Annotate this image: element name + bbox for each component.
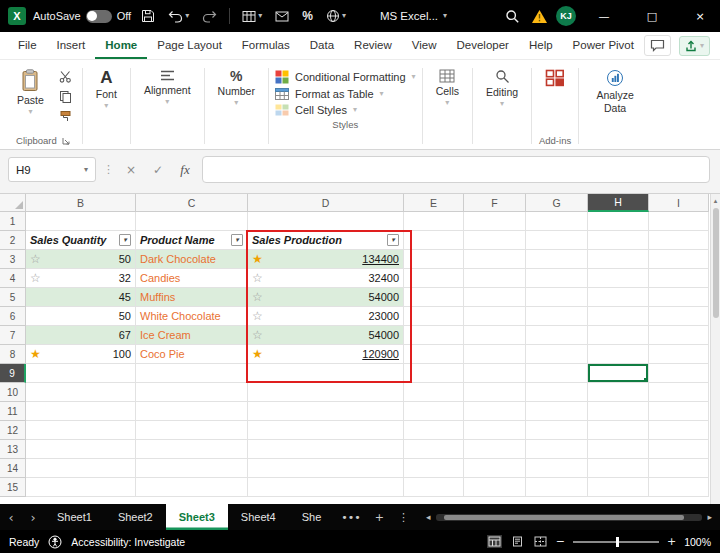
cell-H12[interactable] (588, 421, 649, 440)
cell-D1[interactable] (248, 212, 404, 231)
addins-button[interactable] (538, 66, 572, 90)
cell-I1[interactable] (649, 212, 709, 231)
cell-B1[interactable] (26, 212, 136, 231)
editing-button[interactable]: Editing ▾ (479, 66, 525, 111)
cell-E13[interactable] (404, 440, 464, 459)
cell-B2[interactable]: Sales Quantity▾ (26, 231, 136, 250)
horizontal-scrollbar[interactable]: ◂ ▸ (416, 504, 720, 530)
excel-logo-icon[interactable]: X (8, 7, 26, 25)
cell-C6[interactable]: White Chocolate (136, 307, 248, 326)
sheet-tab-sheet1[interactable]: Sheet1 (44, 504, 105, 530)
cell-C8[interactable]: Coco Pie (136, 345, 248, 364)
cell-D12[interactable] (248, 421, 404, 440)
cell-E2[interactable] (404, 231, 464, 250)
cells-button[interactable]: Cells ▾ (429, 66, 466, 110)
cell-D14[interactable] (248, 459, 404, 478)
page-break-preview-button[interactable] (533, 535, 548, 548)
menu-tab-power-pivot[interactable]: Power Pivot (563, 32, 644, 59)
page-layout-view-button[interactable] (510, 535, 525, 548)
filter-button[interactable]: ▾ (387, 234, 399, 246)
cell-F2[interactable] (464, 231, 526, 250)
zoom-in-button[interactable]: + (667, 535, 676, 548)
cell-F1[interactable] (464, 212, 526, 231)
cell-H15[interactable] (588, 478, 649, 497)
cell-H13[interactable] (588, 440, 649, 459)
cell-G3[interactable] (526, 250, 588, 269)
cell-E8[interactable] (404, 345, 464, 364)
cell-H6[interactable] (588, 307, 649, 326)
cell-F9[interactable] (464, 364, 526, 383)
menu-tab-developer[interactable]: Developer (447, 32, 519, 59)
scroll-right-icon[interactable]: ▸ (707, 512, 712, 522)
cell-F11[interactable] (464, 402, 526, 421)
cell-C10[interactable] (136, 383, 248, 402)
alignment-button[interactable]: Alignment ▾ (137, 66, 198, 109)
menu-tab-review[interactable]: Review (344, 32, 402, 59)
cell-H5[interactable] (588, 288, 649, 307)
spreadsheet-grid[interactable]: BCDEFGHI12Sales Quantity▾Product Name▾Sa… (0, 194, 709, 497)
cell-C11[interactable] (136, 402, 248, 421)
cell-F13[interactable] (464, 440, 526, 459)
row-header-2[interactable]: 2 (0, 231, 26, 250)
sheet-options-button[interactable]: ⋮ (391, 504, 416, 530)
cancel-button[interactable]: × (121, 163, 141, 177)
cell-F3[interactable] (464, 250, 526, 269)
horizontal-scroll-thumb[interactable] (444, 515, 684, 520)
cell-B9[interactable] (26, 364, 136, 383)
row-header-15[interactable]: 15 (0, 478, 26, 497)
cell-I4[interactable] (649, 269, 709, 288)
sheet-tab-sheet3[interactable]: Sheet3 (166, 504, 228, 530)
cell-F8[interactable] (464, 345, 526, 364)
row-header-6[interactable]: 6 (0, 307, 26, 326)
sheet-tab-sheet2[interactable]: Sheet2 (105, 504, 166, 530)
cell-D10[interactable] (248, 383, 404, 402)
cell-H3[interactable] (588, 250, 649, 269)
dialog-launcher-icon[interactable] (62, 137, 70, 145)
new-sheet-button[interactable]: + (368, 504, 391, 530)
format-painter-button[interactable] (56, 109, 76, 124)
cell-I7[interactable] (649, 326, 709, 345)
cell-E5[interactable] (404, 288, 464, 307)
close-button[interactable]: × (680, 0, 720, 32)
cell-I11[interactable] (649, 402, 709, 421)
menu-tab-page-layout[interactable]: Page Layout (147, 32, 232, 59)
previous-sheet-button[interactable]: ‹ (0, 504, 22, 530)
analyze-data-button[interactable]: Analyze Data (585, 66, 645, 117)
cell-F10[interactable] (464, 383, 526, 402)
cell-G7[interactable] (526, 326, 588, 345)
cell-D3[interactable]: ★134400 (248, 250, 404, 269)
cell-H4[interactable] (588, 269, 649, 288)
column-header-I[interactable]: I (649, 194, 709, 212)
column-header-C[interactable]: C (136, 194, 248, 212)
row-header-13[interactable]: 13 (0, 440, 26, 459)
share-button[interactable]: ▾ (679, 36, 710, 56)
autosave-toggle[interactable]: AutoSave Off (33, 10, 131, 23)
cell-B6[interactable]: 50 (26, 307, 136, 326)
menu-tab-file[interactable]: File (8, 32, 47, 59)
filter-button[interactable]: ▾ (231, 234, 243, 246)
cell-I10[interactable] (649, 383, 709, 402)
cell-H14[interactable] (588, 459, 649, 478)
undo-button[interactable]: ▾ (165, 7, 192, 26)
cell-I8[interactable] (649, 345, 709, 364)
cell-C15[interactable] (136, 478, 248, 497)
insert-function-button[interactable]: fx (175, 162, 195, 178)
cell-G15[interactable] (526, 478, 588, 497)
zoom-level[interactable]: 100% (684, 536, 711, 548)
cell-H2[interactable] (588, 231, 649, 250)
next-sheet-button[interactable]: › (22, 504, 44, 530)
cell-H7[interactable] (588, 326, 649, 345)
cell-B15[interactable] (26, 478, 136, 497)
row-header-11[interactable]: 11 (0, 402, 26, 421)
copy-button[interactable] (56, 89, 76, 104)
scroll-up-icon[interactable]: ▴ (711, 194, 720, 207)
cell-G2[interactable] (526, 231, 588, 250)
cell-G13[interactable] (526, 440, 588, 459)
cell-styles-button[interactable]: Cell Styles ▾ (275, 104, 416, 116)
cell-I5[interactable] (649, 288, 709, 307)
menu-tab-insert[interactable]: Insert (47, 32, 96, 59)
cell-D11[interactable] (248, 402, 404, 421)
cell-H11[interactable] (588, 402, 649, 421)
column-header-D[interactable]: D (248, 194, 404, 212)
cell-I12[interactable] (649, 421, 709, 440)
